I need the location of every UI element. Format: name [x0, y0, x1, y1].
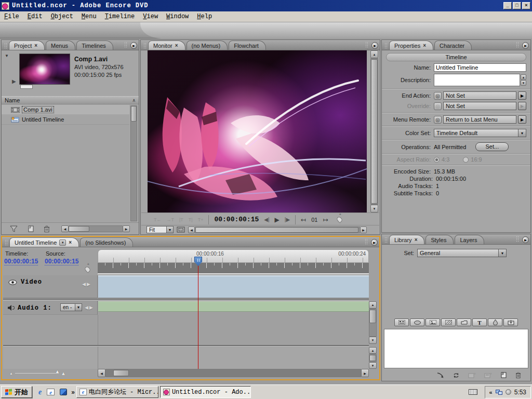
place-item-icon[interactable] — [437, 373, 444, 378]
menu-window[interactable]: Window — [162, 13, 193, 20]
show-images-button[interactable] — [425, 318, 440, 326]
panel-grip[interactable] — [384, 43, 388, 49]
audio-track-content[interactable] — [98, 301, 369, 312]
taskbar-button-encore[interactable]: Untitled.ncor - Ado... — [160, 386, 251, 398]
preview-collapse-icon[interactable]: ▼ — [5, 54, 9, 58]
tab-untitled-timeline[interactable]: Untitled Timeline ▼ × — [9, 237, 79, 247]
show-layer-sets-button[interactable] — [457, 318, 471, 326]
tray-collapse-chevron[interactable]: « — [489, 389, 493, 395]
spin-up-icon[interactable]: ▲ — [521, 74, 526, 80]
add-poster-icon[interactable]: T+ — [198, 217, 204, 222]
quicklaunch-overflow-chevron[interactable]: » — [71, 389, 75, 396]
project-list-header[interactable]: Name ∧ — [2, 96, 139, 104]
scroll-right-icon[interactable]: ▶ — [123, 225, 130, 232]
scroll-left-icon[interactable]: ◀ — [61, 225, 69, 232]
tab-styles[interactable]: Styles — [425, 235, 454, 244]
panel-grip[interactable] — [4, 43, 7, 49]
tab-no-menus[interactable]: (no Menus) — [187, 41, 228, 50]
maximize-button[interactable]: □ — [513, 2, 521, 9]
menu-remote-menu-button[interactable]: ▶ — [518, 115, 526, 124]
panel-grip[interactable] — [143, 43, 147, 49]
next-frame-button[interactable]: |▶ — [285, 217, 290, 222]
add-chapter-button[interactable] — [84, 265, 91, 273]
panel-menu-button[interactable]: ▶ — [371, 42, 378, 49]
trash-icon[interactable] — [515, 372, 521, 378]
zoom-out-icon[interactable]: ▲ — [9, 371, 13, 375]
play-button[interactable]: ▶ — [275, 216, 280, 223]
panel-menu-button[interactable]: ▶ — [522, 236, 529, 243]
trim-in-icon[interactable]: T← — [154, 217, 162, 222]
list-item-comp1[interactable]: Comp 1.avi — [2, 105, 129, 115]
tab-timelines[interactable]: Timelines — [76, 41, 113, 50]
tab-close-icon[interactable]: × — [34, 43, 37, 48]
menu-help[interactable]: Help — [193, 13, 216, 20]
show-backgrounds-button[interactable] — [441, 318, 456, 326]
monitor-zoom-dropdown[interactable]: Fit ▼ — [147, 226, 174, 233]
zoom-slider-handle[interactable]: ▲ — [55, 369, 60, 374]
taskbar-button-browser[interactable]: e 电白同乡论坛 - Micr... — [76, 386, 158, 398]
speaker-icon[interactable] — [7, 304, 15, 311]
previous-chapter-button[interactable]: ↤ — [301, 216, 306, 223]
network-tray-icon[interactable] — [496, 390, 502, 395]
pickwhip-icon[interactable]: ◎ — [434, 116, 442, 124]
add-chapter-button[interactable] — [336, 216, 343, 223]
fit-frame-icon[interactable] — [177, 227, 185, 233]
preview-play-button[interactable]: ▶ — [12, 78, 16, 84]
scroll-right-icon[interactable]: ▶ — [360, 227, 367, 233]
filter-funnel-icon[interactable] — [10, 225, 18, 232]
library-item-list[interactable] — [384, 329, 528, 368]
project-scrollbar-thumb[interactable] — [131, 106, 137, 122]
monitor-hscrollbar[interactable]: ◀ ▶ — [188, 227, 367, 233]
menu-timeline[interactable]: Timeline — [101, 13, 139, 20]
tab-layers[interactable]: Layers — [455, 235, 484, 244]
spin-down-icon[interactable]: ▼ — [521, 80, 526, 86]
scroll-down-icon[interactable]: ▼ — [370, 205, 378, 212]
project-list-scrollbar[interactable] — [130, 105, 137, 221]
new-item-icon[interactable] — [27, 225, 34, 232]
menu-view[interactable]: View — [139, 13, 162, 20]
end-action-menu-button[interactable]: ▶ — [518, 91, 526, 100]
previous-frame-button[interactable]: ◀| — [264, 217, 269, 222]
lower-vscrollbar[interactable]: ▲ ▼ — [369, 347, 377, 369]
eye-icon[interactable] — [8, 280, 17, 285]
description-input[interactable] — [434, 74, 520, 86]
description-spinner[interactable]: ▲ ▼ — [521, 74, 526, 86]
tab-library[interactable]: Library × — [389, 235, 424, 244]
tab-character[interactable]: Character — [434, 41, 472, 50]
set-in-icon[interactable]: |T — [179, 217, 183, 222]
zoom-in-icon[interactable]: ▲ — [61, 370, 66, 376]
tab-close-icon[interactable]: × — [175, 43, 178, 48]
color-set-dropdown[interactable]: Timeline Default ▼ — [434, 129, 526, 137]
video-clip-nav-buttons[interactable]: ◀▶ — [82, 282, 91, 287]
tab-project[interactable]: Project × — [9, 41, 45, 50]
name-input[interactable]: Untitled Timeline — [434, 63, 526, 72]
timeline-zoom-control[interactable]: ▲ ▲ ▲ — [3, 370, 98, 376]
subtitle-track-area[interactable] — [3, 347, 369, 369]
panel-grip[interactable] — [384, 237, 388, 243]
menu-edit[interactable]: Edit — [23, 13, 47, 20]
panel-menu-button[interactable]: ▶ — [130, 42, 137, 49]
timeline-ruler[interactable]: 00:00:00:16 00:00:00:24 — [98, 249, 369, 263]
monitor-timecode[interactable]: 00:00:00:15 — [214, 216, 259, 223]
set-out-icon[interactable]: T| — [189, 217, 193, 222]
start-button[interactable]: 开始 — [1, 386, 32, 398]
scroll-left-icon[interactable]: ◀ — [188, 227, 195, 233]
preview-scrubber[interactable] — [20, 85, 33, 89]
show-buttons-button[interactable] — [410, 318, 424, 326]
tab-monitor[interactable]: Monitor × — [148, 41, 185, 50]
tab-no-slideshows[interactable]: (no Slideshows) — [80, 237, 133, 247]
list-item-untitled-timeline[interactable]: Untitled Timeline — [2, 115, 129, 125]
tab-properties[interactable]: Properties × — [389, 41, 433, 50]
tab-close-icon[interactable]: × — [415, 237, 418, 243]
menu-remote-value[interactable]: Return to Last Menu — [443, 115, 516, 124]
quicklaunch-desktop-icon[interactable] — [60, 389, 67, 395]
monitor-vscrollbar[interactable]: ▲ ▼ — [370, 50, 378, 212]
menu-object[interactable]: Object — [47, 13, 77, 20]
minimize-button[interactable]: _ — [503, 2, 512, 9]
panel-menu-button[interactable]: ▶ — [522, 42, 529, 49]
zoom-slider-track[interactable]: ▲ — [15, 373, 59, 374]
scroll-down-icon[interactable]: ▼ — [369, 337, 377, 344]
scroll-up-icon[interactable]: ▲ — [370, 50, 378, 58]
new-item-icon[interactable] — [500, 372, 507, 378]
library-set-dropdown[interactable]: General ▼ — [417, 249, 507, 257]
